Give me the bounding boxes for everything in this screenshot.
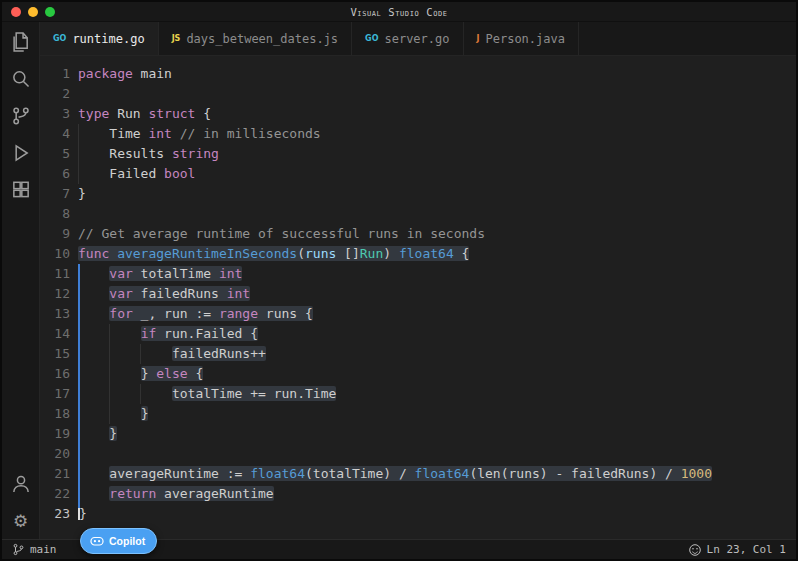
tab-runtime-go[interactable]: GO runtime.go <box>40 22 159 55</box>
indent-guide <box>109 324 110 424</box>
indent-guide <box>78 124 79 184</box>
line-number[interactable]: 23 <box>40 504 70 524</box>
line-number[interactable]: 8 <box>40 204 70 224</box>
code-editor[interactable]: 1package main23type Run struct {4 Time i… <box>40 56 796 539</box>
line-number[interactable]: 19 <box>40 424 70 444</box>
tab-server-go[interactable]: GO server.go <box>352 22 463 55</box>
tab-label: server.go <box>384 32 449 46</box>
indent-guide <box>140 384 141 404</box>
line-number[interactable]: 21 <box>40 464 70 484</box>
code-line[interactable]: 3type Run struct { <box>40 104 796 124</box>
explorer-icon[interactable] <box>9 30 33 54</box>
window-title: Visual Studio Code <box>2 6 796 18</box>
code-line[interactable]: 8 <box>40 204 796 224</box>
copilot-label: Copilot <box>109 535 145 547</box>
tab-label: Person.java <box>485 32 564 46</box>
branch-name: main <box>30 543 57 556</box>
line-number[interactable]: 7 <box>40 184 70 204</box>
code-line[interactable]: 7} <box>40 184 796 204</box>
minimize-window-button[interactable] <box>28 7 38 17</box>
line-number[interactable]: 10 <box>40 244 70 264</box>
line-number[interactable]: 16 <box>40 364 70 384</box>
code-line[interactable]: 1package main <box>40 64 796 84</box>
code-line[interactable]: 10func averageRuntimeInSeconds(runs []Ru… <box>40 244 796 264</box>
java-file-icon: J <box>477 34 480 43</box>
line-number[interactable]: 13 <box>40 304 70 324</box>
code-line[interactable]: 6 Failed bool <box>40 164 796 184</box>
vscode-window: Visual Studio Code <box>0 0 798 561</box>
title-bar: Visual Studio Code <box>2 2 796 22</box>
activity-bar: ⚙ <box>2 22 40 539</box>
js-file-icon: JS <box>172 34 181 43</box>
line-col-label: Ln 23, Col 1 <box>707 543 786 556</box>
line-number[interactable]: 9 <box>40 224 70 244</box>
settings-gear-icon[interactable]: ⚙ <box>9 509 33 533</box>
git-branch-icon <box>12 543 25 556</box>
cursor-position-indicator[interactable]: Ln 23, Col 1 <box>688 543 786 557</box>
code-line[interactable]: 11 var totalTime int <box>40 264 796 284</box>
line-number[interactable]: 15 <box>40 344 70 364</box>
tab-bar: GO runtime.go JS days_between_dates.js G… <box>40 22 796 56</box>
editor-group: GO runtime.go JS days_between_dates.js G… <box>40 22 796 539</box>
run-and-debug-icon[interactable] <box>9 141 33 165</box>
code-line[interactable]: 4 Time int // in milliseconds <box>40 124 796 144</box>
code-line[interactable]: 23} <box>40 504 796 524</box>
traffic-lights <box>2 7 55 17</box>
line-number[interactable]: 5 <box>40 144 70 164</box>
code-line[interactable]: 5 Results string <box>40 144 796 164</box>
code-line[interactable]: 12 var failedRuns int <box>40 284 796 304</box>
copilot-button[interactable]: Copilot <box>80 528 157 554</box>
code-line[interactable]: 13 for _, run := range runs { <box>40 304 796 324</box>
source-control-icon[interactable] <box>9 104 33 128</box>
main-body: ⚙ GO runtime.go JS days_between_dates.js… <box>2 22 796 539</box>
tab-label: runtime.go <box>72 32 144 46</box>
tab-label: days_between_dates.js <box>186 32 338 46</box>
indent-guide <box>140 344 141 364</box>
line-number[interactable]: 6 <box>40 164 70 184</box>
line-number[interactable]: 2 <box>40 84 70 104</box>
code-line[interactable]: 17 totalTime += run.Time <box>40 384 796 404</box>
line-number[interactable]: 12 <box>40 284 70 304</box>
code-line[interactable]: 22 return averageRuntime <box>40 484 796 504</box>
go-file-icon: GO <box>365 34 378 43</box>
code-line[interactable]: 9// Get average runtime of successful ru… <box>40 224 796 244</box>
active-indent-guide <box>78 264 80 508</box>
go-file-icon: GO <box>53 34 66 43</box>
search-icon[interactable] <box>9 67 33 91</box>
activity-bar-top <box>9 30 33 202</box>
line-number[interactable]: 14 <box>40 324 70 344</box>
code-line[interactable]: 14 if run.Failed { <box>40 324 796 344</box>
tab-person-java[interactable]: J Person.java <box>464 22 579 55</box>
line-number[interactable]: 22 <box>40 484 70 504</box>
close-window-button[interactable] <box>11 7 21 17</box>
extensions-icon[interactable] <box>9 178 33 202</box>
code-line[interactable]: 15 failedRuns++ <box>40 344 796 364</box>
code-line[interactable]: 18 } <box>40 404 796 424</box>
tab-days-between-dates-js[interactable]: JS days_between_dates.js <box>159 22 352 55</box>
line-number[interactable]: 1 <box>40 64 70 84</box>
line-number[interactable]: 18 <box>40 404 70 424</box>
maximize-window-button[interactable] <box>45 7 55 17</box>
line-number[interactable]: 17 <box>40 384 70 404</box>
code-line[interactable]: 20 <box>40 444 796 464</box>
activity-bar-bottom: ⚙ <box>9 472 33 533</box>
line-number[interactable]: 4 <box>40 124 70 144</box>
code-line[interactable]: 21 averageRuntime := float64(totalTime) … <box>40 464 796 484</box>
line-number[interactable]: 20 <box>40 444 70 464</box>
accounts-icon[interactable] <box>9 472 33 496</box>
git-branch-indicator[interactable]: main <box>12 543 57 556</box>
code-line[interactable]: 19 } <box>40 424 796 444</box>
line-number[interactable]: 3 <box>40 104 70 124</box>
copilot-icon <box>90 534 104 548</box>
code-line[interactable]: 16 } else { <box>40 364 796 384</box>
feedback-smiley-icon <box>688 543 702 557</box>
code-line[interactable]: 2 <box>40 84 796 104</box>
line-number[interactable]: 11 <box>40 264 70 284</box>
code-lines: 1package main23type Run struct {4 Time i… <box>40 64 796 524</box>
